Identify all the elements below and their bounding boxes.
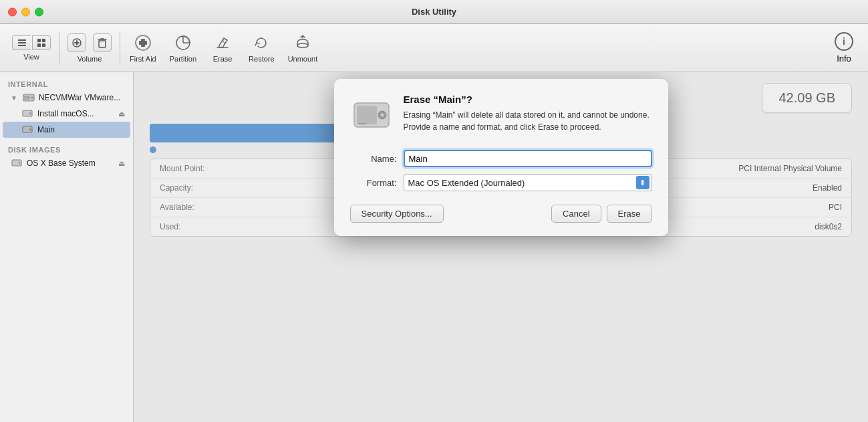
hard-disk-icon xyxy=(23,92,35,104)
restore-button[interactable]: Restore xyxy=(242,31,281,66)
dialog-header: Erase “Main”? Erasing “Main” will delete… xyxy=(350,94,652,136)
chevron-down-icon: ▼ xyxy=(11,94,17,102)
svg-rect-1 xyxy=(18,42,26,43)
volume-add-button[interactable] xyxy=(67,33,86,52)
svg-rect-21 xyxy=(24,96,30,100)
dialog-right-buttons: Cancel Erase xyxy=(551,205,652,223)
window-title: Disk Utility xyxy=(412,7,456,17)
view-list-button[interactable] xyxy=(12,35,31,50)
sidebar-item-main[interactable]: Main xyxy=(3,122,130,138)
dialog-left-buttons: Security Options... xyxy=(350,205,444,223)
os-x-base-label: OS X Base System xyxy=(27,159,96,168)
dialog-description: Erasing “Main” will delete all data stor… xyxy=(404,109,652,133)
erase-dialog: Erase “Main”? Erasing “Main” will delete… xyxy=(334,79,668,236)
maximize-button[interactable] xyxy=(35,7,43,16)
sidebar: Internal ▼ NECVMWar VMware... Install ma… xyxy=(0,72,134,422)
info-icon: i xyxy=(835,32,853,51)
svg-rect-0 xyxy=(18,39,26,41)
erase-button[interactable]: Erase xyxy=(203,31,242,66)
cancel-button[interactable]: Cancel xyxy=(551,205,601,223)
format-label: Format: xyxy=(350,178,397,188)
format-select-wrapper: Mac OS Extended (Journaled) Mac OS Exten… xyxy=(404,174,652,191)
minimize-button[interactable] xyxy=(21,7,30,16)
dialog-title: Erase “Main”? xyxy=(404,94,652,105)
content-area: 42.09 GB Mount Point: /Volumes/Main Capa… xyxy=(134,72,868,422)
volume-remove-button[interactable] xyxy=(93,33,112,52)
format-select[interactable]: Mac OS Extended (Journaled) Mac OS Exten… xyxy=(404,174,652,191)
first-aid-button[interactable]: First Aid xyxy=(123,31,163,66)
unmount-label: Unmount xyxy=(288,55,318,63)
first-aid-icon xyxy=(134,33,152,52)
svg-rect-32 xyxy=(358,123,366,124)
main-label: Main xyxy=(37,125,55,134)
info-label: Info xyxy=(837,54,851,64)
info-button[interactable]: i Info xyxy=(827,29,861,66)
volume-toolbar-group: Volume xyxy=(62,31,117,66)
optical-disk-icon xyxy=(21,108,33,120)
name-field-row: Name: xyxy=(350,150,652,167)
erase-icon xyxy=(213,33,232,52)
necvmwar-label: NECVMWar VMware... xyxy=(39,93,120,102)
svg-point-23 xyxy=(29,112,31,114)
dialog-form: Name: Format: Mac OS Extended (Journaled… xyxy=(350,150,652,191)
unmount-icon xyxy=(293,33,312,52)
svg-rect-29 xyxy=(357,106,377,124)
svg-rect-5 xyxy=(37,43,41,47)
partition-label: Partition xyxy=(170,55,196,63)
dialog-buttons: Security Options... Cancel Erase xyxy=(350,205,652,223)
partition-button[interactable]: Partition xyxy=(163,31,203,66)
close-button[interactable] xyxy=(8,7,17,16)
unmount-button[interactable]: Unmount xyxy=(281,31,325,66)
sidebar-item-necvmwar[interactable]: ▼ NECVMWar VMware... xyxy=(3,90,130,106)
main-layout: Internal ▼ NECVMWar VMware... Install ma… xyxy=(0,72,868,422)
view-icon-button[interactable] xyxy=(32,35,51,50)
svg-rect-12 xyxy=(139,41,147,45)
dialog-overlay: Erase “Main”? Erasing “Main” will delete… xyxy=(134,72,868,422)
svg-rect-4 xyxy=(42,39,45,42)
eject-icon: ⏏ xyxy=(118,110,125,118)
toolbar-divider-1 xyxy=(59,32,59,64)
svg-point-20 xyxy=(31,97,33,99)
svg-rect-6 xyxy=(42,43,45,47)
name-label: Name: xyxy=(350,154,397,164)
security-options-button[interactable]: Security Options... xyxy=(350,205,444,223)
format-field-row: Format: Mac OS Extended (Journaled) Mac … xyxy=(350,174,652,191)
restore-icon xyxy=(252,33,271,52)
disk-images-section-label: Disk Images xyxy=(0,143,133,155)
name-input[interactable] xyxy=(404,150,652,167)
volume-label: Volume xyxy=(78,55,102,63)
disk-image-icon xyxy=(11,157,23,169)
svg-rect-9 xyxy=(76,40,78,45)
toolbar-divider-2 xyxy=(120,32,120,64)
svg-rect-3 xyxy=(37,39,41,42)
svg-point-31 xyxy=(380,114,384,117)
partition-icon xyxy=(174,33,192,52)
svg-point-17 xyxy=(297,43,308,47)
restore-label: Restore xyxy=(249,55,275,63)
first-aid-label: First Aid xyxy=(130,55,156,63)
view-toolbar-group: View xyxy=(7,33,56,64)
sidebar-item-os-x-base[interactable]: OS X Base System ⏏ xyxy=(3,155,130,171)
eject-icon-2: ⏏ xyxy=(118,159,125,168)
sidebar-item-install-macos[interactable]: Install macOS... ⏏ xyxy=(3,106,130,122)
traffic-lights xyxy=(8,7,43,16)
view-label: View xyxy=(23,53,39,61)
svg-point-25 xyxy=(29,128,31,130)
erase-confirm-button[interactable]: Erase xyxy=(607,205,652,223)
dialog-text-block: Erase “Main”? Erasing “Main” will delete… xyxy=(404,94,652,133)
svg-rect-2 xyxy=(18,45,26,46)
dialog-disk-icon xyxy=(350,94,393,136)
install-macos-label: Install macOS... xyxy=(37,109,94,118)
title-bar: Disk Utility xyxy=(0,0,868,24)
toolbar: View Volume xyxy=(0,24,868,72)
internal-section-label: Internal xyxy=(0,78,133,90)
svg-point-27 xyxy=(19,162,20,163)
volume-icon xyxy=(21,124,33,136)
erase-label: Erase xyxy=(213,55,233,63)
